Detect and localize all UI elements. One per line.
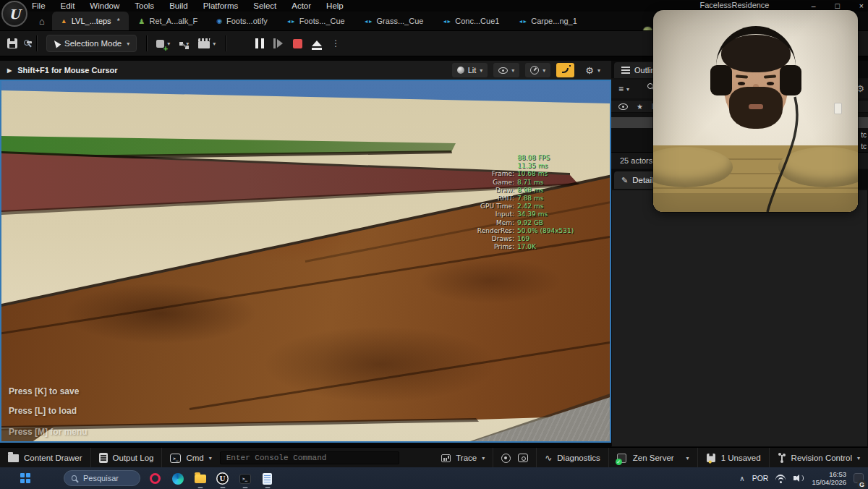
unsaved-button[interactable]: 1 Unsaved [698, 448, 769, 468]
stat-value: 10.68 ms [517, 170, 581, 178]
zen-server-dropdown[interactable]: Zen Server ▾ [609, 448, 697, 468]
open-app-indicator [220, 487, 225, 489]
zen-server-icon [617, 454, 626, 463]
chevron-down-icon: ▾ [511, 67, 514, 74]
diagnostics-label: Diagnostics [557, 454, 600, 462]
revision-control-dropdown[interactable]: Revision Control ▾ [770, 448, 868, 468]
taskbar-clock[interactable]: 16:53 15/04/2026 [812, 470, 846, 486]
tray-expand-icon[interactable]: ∧ [739, 475, 744, 482]
wood-seam [190, 293, 611, 410]
curve-arrow-icon [562, 68, 569, 73]
tab-retargeter[interactable]: ♟ Ret_A...alk_F [130, 12, 207, 30]
opera-gx-icon[interactable] [149, 472, 161, 485]
diagnostics-button[interactable]: ∿ Diagnostics [537, 448, 608, 468]
console-command-input[interactable] [220, 451, 399, 464]
close-button[interactable]: × [859, 1, 864, 10]
stat-label: RHIT: [498, 195, 514, 203]
stat-value: 8.98 ms [517, 187, 581, 195]
tab-level[interactable]: ▲ LVL_...teps * [52, 12, 129, 30]
camera-bookmark-button[interactable] [556, 63, 574, 77]
filter-icon: ≡ [618, 84, 624, 94]
unreal-engine-icon[interactable]: U [216, 472, 229, 485]
tab-sound-cue-2[interactable]: ◄► Grass..._Cue [355, 12, 433, 30]
screenshot-icon[interactable] [518, 454, 528, 462]
stat-value: 169 [517, 235, 581, 243]
stat-value: 2.42 ms [517, 203, 581, 211]
hint-label: Shift+F1 for Mouse Cursor [17, 66, 117, 75]
chevron-down-icon: ▾ [686, 455, 689, 462]
view-mode-dropdown[interactable]: Lit ▾ [452, 63, 488, 77]
cinematics-dropdown[interactable]: ▾ [198, 38, 216, 48]
clapperboard-icon [198, 41, 210, 48]
search-icon [72, 475, 77, 481]
stat-value: 9.92 GB [517, 219, 581, 227]
blueprints-dropdown[interactable]: ▾ [179, 41, 189, 47]
content-drawer-button[interactable]: Content Drawer [0, 448, 90, 468]
menu-item-help[interactable]: Help [326, 1, 344, 10]
status-bar-left: Content Drawer Output Log >_ Cmd ▾ [0, 448, 399, 468]
clock-date: 15/04/2026 [812, 478, 846, 486]
zen-server-label: Zen Server [633, 454, 674, 462]
pause-icon[interactable] [255, 38, 264, 48]
insights-record-icon[interactable] [501, 454, 511, 463]
cmd-dropdown[interactable]: >_ Cmd ▾ [162, 448, 219, 468]
performance-dropdown[interactable]: ▾ [525, 63, 550, 77]
selection-mode-dropdown[interactable]: Selection Mode ▾ [46, 35, 137, 52]
tab-anim-notify[interactable]: ◉ Foots...otify [208, 12, 276, 30]
menu-item-build[interactable]: Build [169, 1, 188, 10]
minimize-button[interactable]: – [812, 1, 816, 10]
chevron-down-icon: ▾ [542, 67, 545, 74]
file-explorer-icon[interactable] [194, 472, 206, 485]
terminal-app-icon[interactable]: >_ [239, 472, 251, 485]
menu-item-platforms[interactable]: Platforms [203, 1, 239, 10]
sound-cue-icon: ◄► [442, 19, 451, 24]
star-icon[interactable]: ★ [637, 103, 643, 111]
maximize-button[interactable]: □ [835, 1, 840, 10]
eject-icon[interactable] [312, 41, 322, 46]
outliner-filter-button[interactable]: ≡ ▾ [618, 84, 629, 94]
trace-dropdown[interactable]: Trace ▾ [433, 448, 493, 468]
chevron-down-icon: ▾ [127, 41, 129, 47]
save-icon[interactable] [7, 38, 17, 48]
menu-item-edit[interactable]: Edit [61, 1, 75, 10]
stop-icon[interactable] [293, 39, 302, 48]
viewport-3d-scene[interactable]: 88.08 FPS 11.35 ms Frame:10.68 ms Game:8… [0, 80, 611, 443]
menu-item-actor[interactable]: Actor [292, 1, 311, 10]
search-input[interactable] [82, 473, 132, 483]
menu-item-window[interactable]: Window [90, 1, 119, 10]
toolbar-separator [36, 35, 37, 51]
tab-sound-cue-1[interactable]: ◄► Foots..._Cue [278, 12, 354, 30]
stat-label: RenderRes: [477, 227, 514, 235]
notepad-app-icon[interactable] [261, 472, 273, 485]
wifi-icon[interactable] [775, 475, 786, 482]
tab-label: Carpe...ng_1 [531, 17, 577, 25]
visibility-eye-icon[interactable] [618, 103, 628, 110]
output-log-button[interactable]: Output Log [91, 448, 162, 468]
tab-sound-cue-3[interactable]: ◄► Conc...Cue1 [433, 12, 508, 30]
stat-label: Mem: [496, 219, 514, 227]
stat-value: 88.08 FPS [517, 154, 581, 162]
actor-count: 25 actors [620, 156, 652, 165]
home-icon[interactable]: ⌂ [33, 16, 51, 27]
tab-sound-cue-4[interactable]: ◄► Carpe...ng_1 [509, 12, 585, 30]
show-flags-dropdown[interactable]: ▾ [493, 63, 519, 77]
menu-item-file[interactable]: File [32, 1, 46, 10]
outliner-search-icon[interactable] [647, 83, 653, 89]
taskbar-search[interactable] [64, 470, 140, 486]
speaker-icon[interactable] [793, 474, 804, 482]
system-tray: ∧ POR 16:53 15/04/2026 [739, 467, 864, 489]
view-mode-label: Lit [468, 66, 477, 75]
start-button[interactable] [20, 473, 30, 483]
menu-item-tools[interactable]: Tools [135, 1, 154, 10]
tab-label: Grass..._Cue [377, 17, 424, 25]
menu-item-select[interactable]: Select [253, 1, 276, 10]
trace-label: Trace [456, 454, 477, 462]
language-indicator[interactable]: POR [752, 474, 769, 482]
viewport-settings-dropdown[interactable]: ⚙ ▾ [580, 63, 605, 77]
more-options-icon[interactable]: ⋮ [331, 38, 340, 48]
viewport-controls: Lit ▾ ▾ ▾ ⚙ ▾ [452, 63, 605, 77]
edge-browser-icon[interactable] [171, 472, 184, 485]
add-actor-dropdown[interactable]: ▾ [156, 40, 170, 48]
frame-skip-icon[interactable] [273, 38, 284, 48]
play-controls: ⋮ [255, 38, 340, 48]
